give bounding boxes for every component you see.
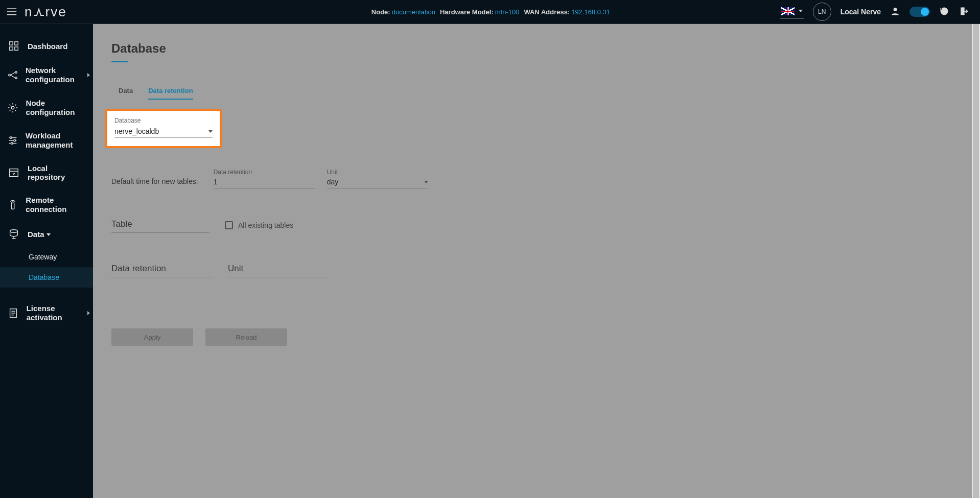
database-field-label: Database xyxy=(114,117,213,124)
svg-line-12 xyxy=(10,75,15,78)
topbar: n rve Node: documentation Hardware Model… xyxy=(0,0,980,24)
logo-mark-icon xyxy=(33,6,44,16)
dashboard-icon xyxy=(8,40,19,52)
data-icon xyxy=(8,228,19,240)
theme-toggle[interactable] xyxy=(909,7,930,17)
sidebar-item-label: Remote connection xyxy=(26,196,87,214)
chevron-down-icon xyxy=(424,181,428,183)
svg-point-23 xyxy=(10,230,18,233)
scrollbar-track[interactable] xyxy=(972,24,980,498)
sidebar-item-label: Workload management xyxy=(26,131,87,150)
checkbox-icon xyxy=(225,221,233,229)
tenant-name: Local Nerve xyxy=(841,8,881,16)
table-unit-label: Unit xyxy=(228,264,243,274)
tabs: Data Data retention xyxy=(119,87,980,100)
sidebar-item-license[interactable]: License activation xyxy=(0,297,93,329)
retention-input[interactable]: 1 xyxy=(214,177,315,188)
svg-point-8 xyxy=(9,74,11,76)
table-retention-label: Data retention xyxy=(111,264,166,274)
svg-rect-6 xyxy=(10,47,13,50)
chevron-down-icon xyxy=(799,10,803,12)
unit-field-label: Unit xyxy=(327,169,428,176)
reboot-button[interactable] xyxy=(939,6,949,18)
svg-point-13 xyxy=(12,106,15,109)
svg-rect-5 xyxy=(15,42,18,45)
title-accent xyxy=(111,61,128,62)
network-icon xyxy=(7,69,18,81)
wan-link[interactable]: 192.168.0.31 xyxy=(571,8,610,16)
sidebar-item-label: Dashboard xyxy=(28,42,67,51)
svg-point-18 xyxy=(14,139,16,141)
svg-point-9 xyxy=(15,72,17,74)
tab-data-retention[interactable]: Data retention xyxy=(148,87,193,100)
sidebar-item-label: Network configuration xyxy=(26,66,87,84)
chevron-right-icon xyxy=(87,311,90,315)
sidebar-item-node-config[interactable]: Node configuration xyxy=(0,91,93,124)
uk-flag-icon xyxy=(781,7,795,15)
table-unit-select[interactable]: Unit xyxy=(228,262,326,277)
sidebar-sub-gateway[interactable]: Gateway xyxy=(29,247,93,267)
node-label: Node: xyxy=(371,8,390,16)
sidebar-sub-database[interactable]: Database xyxy=(0,267,93,288)
database-select-value: nerve_localdb xyxy=(114,127,159,135)
hamburger-icon xyxy=(7,8,17,16)
reload-button[interactable]: Reload xyxy=(205,328,287,346)
unit-select[interactable]: day xyxy=(327,177,428,188)
sidebar-item-label: Local repository xyxy=(28,164,87,181)
svg-point-17 xyxy=(10,137,12,139)
sidebar-item-local-repo[interactable]: Local repository xyxy=(0,157,93,188)
all-tables-label: All existing tables xyxy=(238,221,293,229)
menu-toggle-button[interactable] xyxy=(0,8,24,16)
sidebar-item-dashboard[interactable]: Dashboard xyxy=(0,33,93,59)
repository-icon xyxy=(8,167,19,178)
svg-rect-4 xyxy=(10,42,13,45)
svg-point-19 xyxy=(11,143,13,145)
main-content: Database Data Data retention Database ne… xyxy=(93,24,980,498)
sliders-icon xyxy=(7,135,18,146)
chevron-right-icon xyxy=(87,73,90,77)
gear-icon xyxy=(7,102,18,113)
retention-value: 1 xyxy=(214,178,218,186)
all-tables-checkbox[interactable]: All existing tables xyxy=(225,221,293,229)
svg-rect-22 xyxy=(11,203,14,209)
node-link[interactable]: documentation xyxy=(392,8,435,16)
table-select[interactable]: Table xyxy=(111,217,209,233)
page-title: Database xyxy=(111,41,980,56)
license-icon xyxy=(8,307,19,319)
apply-button[interactable]: Apply xyxy=(111,328,193,346)
svg-line-11 xyxy=(10,73,15,76)
sidebar-item-remote-conn[interactable]: Remote connection xyxy=(0,188,93,221)
user-menu-button[interactable] xyxy=(890,6,900,18)
chevron-down-icon xyxy=(46,233,51,236)
sidebar-item-data[interactable]: Data xyxy=(0,221,93,247)
svg-point-3 xyxy=(894,8,897,11)
chevron-down-icon xyxy=(208,130,213,133)
retention-field-label: Data retention xyxy=(214,169,315,176)
table-select-label: Table xyxy=(111,219,132,229)
sidebar-item-workload[interactable]: Workload management xyxy=(0,124,93,157)
logout-button[interactable] xyxy=(959,6,969,18)
svg-rect-7 xyxy=(15,47,18,50)
language-selector[interactable] xyxy=(780,5,804,19)
svg-point-10 xyxy=(15,77,17,79)
sidebar-item-network-config[interactable]: Network configuration xyxy=(0,59,93,91)
hw-label: Hardware Model: xyxy=(440,8,494,16)
table-retention-input[interactable]: Data retention xyxy=(111,262,213,277)
unit-value: day xyxy=(327,178,339,186)
scrollbar-thumb[interactable] xyxy=(973,24,979,498)
tenant-badge[interactable]: LN xyxy=(813,3,831,21)
logo: n rve xyxy=(25,4,67,20)
sidebar-data-submenu: Gateway Database xyxy=(0,247,93,288)
sidebar-item-label: License activation xyxy=(27,304,87,322)
wan-label: WAN Address: xyxy=(524,8,570,16)
database-select[interactable]: nerve_localdb xyxy=(114,125,213,138)
tab-data[interactable]: Data xyxy=(119,87,133,100)
sidebar-item-label: Node configuration xyxy=(26,99,87,117)
database-select-highlight: Database nerve_localdb xyxy=(105,109,222,148)
sidebar-item-label: Data xyxy=(28,230,51,239)
remote-icon xyxy=(7,199,18,210)
sidebar: Dashboard Network configuration Node con… xyxy=(0,24,93,498)
default-time-label: Default time for new tables: xyxy=(111,177,198,188)
hw-link[interactable]: mfn-100 xyxy=(495,8,520,16)
svg-rect-20 xyxy=(10,169,18,177)
